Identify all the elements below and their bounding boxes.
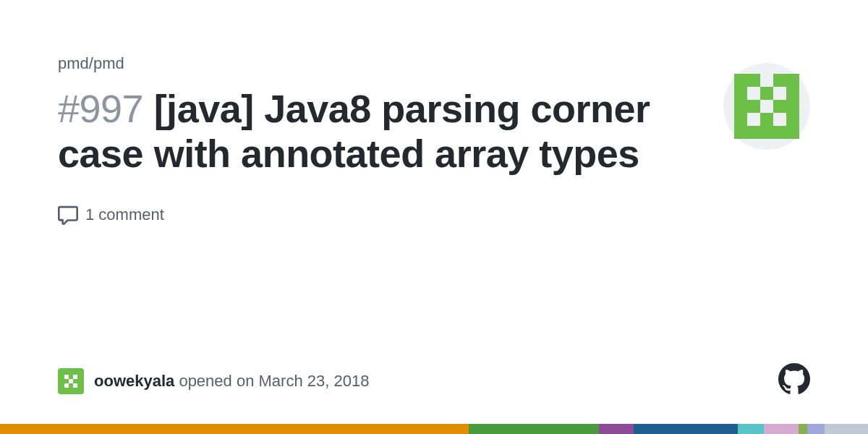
svg-rect-1 [734,74,747,87]
svg-rect-10 [773,100,786,113]
svg-rect-14 [786,113,799,126]
svg-rect-4 [786,74,799,87]
language-segment [825,424,868,434]
language-segment [799,424,807,434]
language-segment [0,424,469,434]
language-segment [807,424,825,434]
language-segment [764,424,799,434]
svg-rect-2 [747,74,760,87]
author-line: oowekyala opened on March 23, 2018 [94,372,369,391]
comments-row[interactable]: 1 comment [58,205,810,225]
comment-icon [58,205,78,225]
svg-rect-17 [760,126,773,139]
svg-rect-23 [69,379,73,383]
svg-rect-18 [773,126,786,139]
author-row: oowekyala opened on March 23, 2018 [58,368,369,394]
svg-rect-6 [760,87,773,100]
repo-avatar-icon [734,74,799,139]
issue-title: #997 [java] Java8 parsing corner case wi… [58,86,694,176]
svg-rect-8 [734,100,747,113]
svg-rect-15 [734,126,747,139]
language-segment [738,424,764,434]
title-block: #997 [java] Java8 parsing corner case wi… [58,86,694,176]
github-mark-icon [778,363,810,395]
language-bar [0,424,868,434]
svg-rect-3 [773,74,786,87]
author-name[interactable]: oowekyala [94,372,174,390]
author-avatar-icon [60,370,82,392]
svg-rect-11 [786,100,799,113]
svg-rect-19 [786,126,799,139]
github-logo[interactable] [778,363,810,398]
language-segment [599,424,634,434]
svg-rect-5 [734,87,747,100]
svg-rect-16 [747,126,760,139]
svg-rect-22 [73,375,77,379]
svg-rect-7 [786,87,799,100]
svg-rect-25 [73,383,77,388]
svg-rect-9 [747,100,760,113]
comments-count: 1 comment [85,205,164,224]
author-opened-text: opened on March 23, 2018 [174,372,369,390]
title-row: #997 [java] Java8 parsing corner case wi… [58,86,810,176]
svg-rect-24 [64,383,69,388]
author-avatar[interactable] [58,368,84,394]
language-segment [634,424,738,434]
svg-rect-13 [760,113,773,126]
repo-path[interactable]: pmd/pmd [58,54,810,73]
language-segment [469,424,599,434]
issue-number: #997 [58,87,154,130]
svg-rect-12 [734,113,747,126]
svg-rect-21 [64,375,69,379]
repo-avatar-large[interactable] [723,63,810,150]
